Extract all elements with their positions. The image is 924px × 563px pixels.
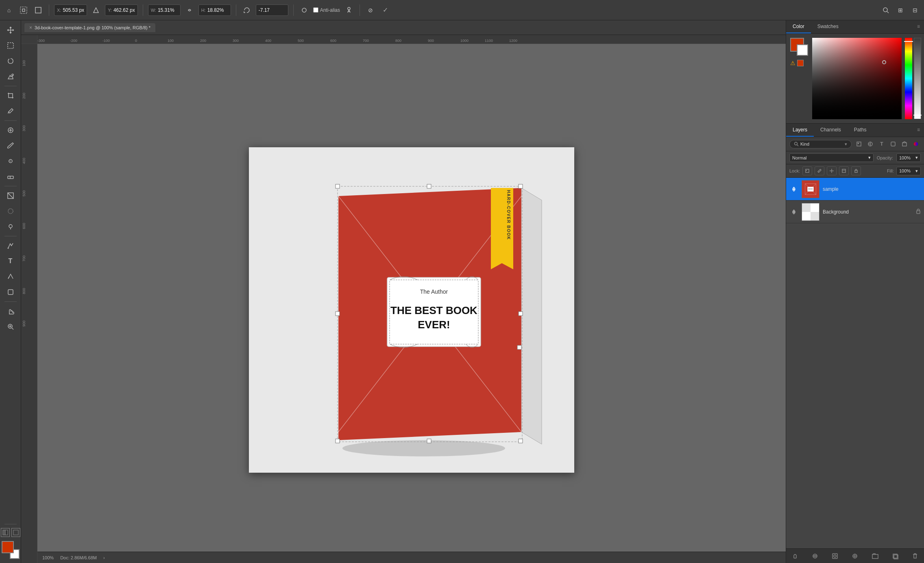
tab-close[interactable]: × — [29, 25, 32, 31]
eyedropper-tool[interactable] — [3, 104, 18, 118]
text-tool[interactable]: T — [3, 254, 18, 268]
hue-slider[interactable] — [905, 38, 912, 119]
canvas-wrapper[interactable]: -300 -200 -100 0 100 200 300 400 500 600… — [21, 35, 786, 563]
toolbar-sep-3 — [236, 4, 236, 16]
ruler-tick: 100 — [168, 39, 174, 43]
adjustment-layer-filter[interactable] — [865, 140, 875, 148]
lock-paint-btn[interactable] — [815, 166, 824, 175]
v-ruler-tick: 700 — [22, 255, 26, 262]
layer-mask-btn[interactable] — [829, 550, 841, 562]
marquee-select-tool[interactable] — [3, 38, 18, 53]
tab-swatches[interactable]: Swatches — [811, 20, 845, 33]
edit-mode-icon[interactable] — [1, 528, 10, 537]
blend-mode-select[interactable]: Normal ▾ — [789, 153, 874, 162]
quick-select-tool[interactable] — [3, 69, 18, 84]
layers-panel: Layers Channels Paths ≡ Kind ▾ — [786, 124, 924, 563]
home-icon[interactable]: ⌂ — [3, 4, 15, 16]
zoom-tool[interactable] — [3, 319, 18, 334]
canvas-content[interactable]: The Author THE BEST BOOK EVER! HARD-COVE… — [37, 44, 786, 563]
layers-panel-options[interactable]: ≡ — [913, 124, 924, 137]
fill-input[interactable]: 100% ▾ — [896, 167, 921, 175]
width-field[interactable]: W: 15.31% — [148, 4, 181, 16]
hand-tool[interactable] — [3, 304, 18, 319]
tab-paths[interactable]: Paths — [848, 124, 873, 137]
crop-tool[interactable] — [3, 88, 18, 103]
layers-filter-select[interactable]: Kind ▾ — [789, 140, 852, 148]
svg-rect-16 — [8, 176, 13, 179]
foreground-color[interactable] — [2, 541, 14, 553]
new-layer-btn[interactable] — [889, 550, 901, 562]
color-panel: Color Swatches ≡ ⚠ — [786, 20, 924, 124]
tab-channels[interactable]: Channels — [814, 124, 848, 137]
text-layer-filter[interactable]: T — [877, 140, 887, 148]
v-ruler-tick: 900 — [22, 321, 26, 327]
svg-rect-2 — [35, 7, 41, 13]
arrange-icon[interactable]: ⊟ — [909, 4, 921, 16]
alpha-slider[interactable] — [914, 38, 921, 119]
frame-icon[interactable]: ⊞ — [895, 4, 906, 16]
rect-transform-icon[interactable] — [33, 4, 44, 16]
transform-select-icon[interactable] — [18, 4, 29, 16]
search-icon[interactable] — [880, 4, 891, 16]
background-color-swatch[interactable] — [797, 44, 808, 56]
move-tool[interactable] — [3, 23, 18, 37]
antialias-checkbox[interactable] — [313, 7, 318, 13]
layer-link-btn[interactable] — [789, 550, 801, 562]
tools-sep-4 — [4, 236, 17, 236]
new-fill-layer-btn[interactable] — [849, 550, 861, 562]
document-tab[interactable]: × 3d-book-cover-template-1.png @ 100% (s… — [24, 23, 155, 32]
angle-field[interactable]: -7.17 — [256, 4, 288, 16]
clone-stamp-tool[interactable] — [3, 154, 18, 168]
fill-arrow: ▾ — [915, 168, 918, 174]
eraser-tool[interactable] — [3, 169, 18, 184]
color-gradient-picker[interactable] — [812, 38, 902, 119]
lock-pixels-btn[interactable] — [802, 166, 812, 175]
blur-tool[interactable] — [3, 204, 18, 218]
x-position-field[interactable]: X: 505.53 px — [54, 4, 87, 16]
confirm-button[interactable]: ✓ — [379, 4, 391, 16]
svg-line-10 — [8, 112, 9, 113]
smart-object-filter[interactable] — [900, 140, 909, 148]
out-of-gamut-color[interactable] — [797, 60, 804, 66]
pixel-layer-filter[interactable] — [854, 140, 864, 148]
color-panel-options[interactable]: ≡ — [913, 20, 924, 33]
gradient-tool[interactable] — [3, 188, 18, 203]
x-label: X: — [57, 8, 61, 13]
layer-item-background[interactable]: Background — [786, 201, 924, 223]
dodge-tool[interactable] — [3, 219, 18, 234]
tab-layers[interactable]: Layers — [786, 124, 814, 137]
new-group-btn[interactable] — [870, 550, 881, 562]
svg-rect-55 — [427, 439, 431, 443]
no-icon[interactable]: ⊘ — [365, 4, 376, 16]
layers-bottom-bar — [786, 548, 924, 563]
delete-layer-btn[interactable] — [909, 550, 921, 562]
lock-all-btn[interactable] — [851, 166, 861, 175]
lock-move-btn[interactable] — [827, 166, 837, 175]
opacity-input[interactable]: 100% ▾ — [896, 153, 921, 162]
layer-visibility-background[interactable] — [789, 207, 798, 216]
canvas-document: The Author THE BEST BOOK EVER! HARD-COVE… — [249, 147, 574, 473]
zoom-level: 100% — [42, 555, 54, 560]
svg-rect-56 — [519, 439, 523, 443]
link-icon[interactable] — [184, 4, 195, 16]
shape-layer-filter[interactable] — [888, 140, 898, 148]
lasso-tool[interactable] — [3, 54, 18, 68]
healing-brush-tool[interactable] — [3, 123, 18, 137]
tab-bar: × 3d-book-cover-template-1.png @ 100% (s… — [21, 20, 786, 35]
screen-mode-icon[interactable] — [11, 528, 20, 537]
layer-effects-btn[interactable] — [809, 550, 821, 562]
tools-sep-3 — [4, 186, 17, 186]
brush-tool[interactable] — [3, 138, 18, 153]
y-position-field[interactable]: Y: 462.62 px — [105, 4, 138, 16]
arrow-btn[interactable]: › — [103, 555, 105, 560]
tab-color[interactable]: Color — [786, 20, 811, 33]
pen-tool[interactable] — [3, 238, 18, 253]
path-selection-tool[interactable] — [3, 269, 18, 284]
layer-item-sample[interactable]: BOOK sample — [786, 178, 924, 201]
lock-artboard-btn[interactable] — [839, 166, 849, 175]
height-field[interactable]: H: 18.82% — [198, 4, 231, 16]
layer-visibility-sample[interactable] — [789, 185, 798, 194]
color-filter-toggle[interactable] — [911, 140, 921, 148]
shape-tool[interactable] — [3, 285, 18, 299]
puppet-warp-icon[interactable] — [343, 4, 355, 16]
